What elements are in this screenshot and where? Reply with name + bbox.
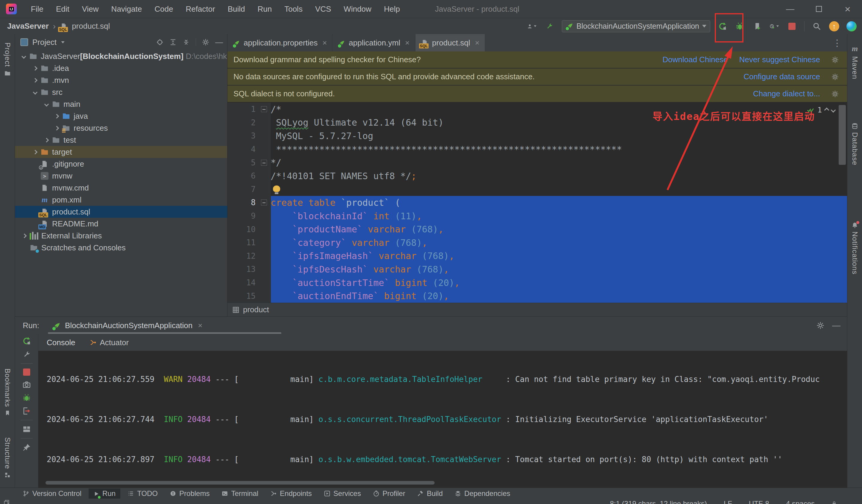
- gradient-sphere-icon[interactable]: [846, 21, 857, 31]
- breadcrumb-file[interactable]: product.sql: [72, 22, 110, 31]
- gear-icon[interactable]: [832, 56, 839, 63]
- thread-dump-camera-icon[interactable]: [23, 381, 31, 389]
- layout-settings-icon[interactable]: [23, 425, 31, 434]
- select-opened-file-icon[interactable]: [156, 39, 164, 46]
- chevron-collapsed-icon[interactable]: [41, 138, 51, 142]
- table-breadcrumb[interactable]: product: [243, 305, 269, 314]
- close-icon[interactable]: ×: [475, 38, 480, 48]
- tab-application-yml[interactable]: application.yml ×: [332, 34, 415, 51]
- stripe-notifications-button[interactable]: Notifications: [847, 222, 862, 275]
- expand-all-icon[interactable]: [169, 39, 177, 46]
- stop-button[interactable]: [787, 21, 797, 31]
- gear-icon[interactable]: [832, 90, 839, 97]
- console-horizontal-scrollbar[interactable]: [45, 481, 434, 485]
- stripe-project-button[interactable]: Project: [0, 42, 15, 77]
- file-encoding[interactable]: UTF-8: [749, 500, 769, 504]
- maximize-button[interactable]: [805, 0, 833, 18]
- next-problem-icon[interactable]: [831, 107, 836, 112]
- tree-row-src[interactable]: src: [15, 86, 227, 98]
- wrench-icon[interactable]: [23, 350, 31, 359]
- profile-button[interactable]: [752, 21, 762, 31]
- tool-window-switcher-icon[interactable]: [3, 500, 10, 504]
- gear-icon[interactable]: [817, 321, 824, 329]
- pin-tab-icon[interactable]: [23, 443, 31, 452]
- hide-panel-icon[interactable]: —: [215, 38, 223, 47]
- rerun-icon[interactable]: [22, 336, 31, 345]
- toolbar-todo[interactable]: TODO: [123, 489, 162, 499]
- toolbar-run[interactable]: Run: [89, 489, 120, 499]
- tab-actuator[interactable]: Actuator: [90, 338, 129, 347]
- collapse-all-icon[interactable]: [183, 39, 190, 46]
- tree-row-main[interactable]: main: [15, 98, 227, 110]
- never-suggest-chinese-link[interactable]: Never suggest Chinese: [739, 55, 820, 64]
- chevron-collapsed-icon[interactable]: [51, 115, 62, 118]
- tree-row-mvnw-cmd[interactable]: mvnw.cmd: [15, 182, 227, 194]
- project-panel-title[interactable]: Project: [32, 38, 56, 47]
- chevron-collapsed-icon[interactable]: [19, 234, 29, 238]
- line-separator[interactable]: LF: [724, 500, 732, 504]
- tree-row-readme[interactable]: MD README.md: [15, 218, 227, 230]
- close-icon[interactable]: ×: [405, 38, 409, 48]
- tree-row-pom[interactable]: m pom.xml: [15, 194, 227, 206]
- chevron-collapsed-icon[interactable]: [30, 67, 40, 70]
- gear-icon[interactable]: [202, 39, 209, 46]
- code-editor[interactable]: 1/* 2 SQLyog Ultimate v12.14 (64 bit) 3 …: [227, 103, 847, 303]
- lock-icon[interactable]: [832, 501, 837, 504]
- tab-application-properties[interactable]: application.properties ×: [227, 34, 332, 51]
- toolbar-endpoints[interactable]: Endpoints: [265, 489, 317, 499]
- minimize-button[interactable]: —: [776, 0, 805, 18]
- tab-product-sql[interactable]: SQL product.sql ×: [415, 34, 485, 51]
- menu-navigate[interactable]: Navigate: [105, 0, 148, 18]
- console-output[interactable]: 2024-06-25 21:06:27.559 WARN 20484 --- […: [38, 351, 847, 488]
- toolbar-profiler[interactable]: Profiler: [368, 489, 410, 499]
- tree-row-mvnw[interactable]: > mvnw: [15, 170, 227, 182]
- menu-refactor[interactable]: Refactor: [179, 0, 221, 18]
- menu-tools[interactable]: Tools: [278, 0, 309, 18]
- fold-marker-icon[interactable]: [261, 106, 267, 112]
- quickfix-wrench-icon[interactable]: [545, 21, 554, 31]
- menu-help[interactable]: Help: [378, 0, 406, 18]
- stop-icon[interactable]: [23, 369, 30, 376]
- tree-row-resources[interactable]: resources: [15, 122, 227, 134]
- menu-window[interactable]: Window: [337, 0, 377, 18]
- previous-problem-icon[interactable]: [824, 107, 830, 112]
- search-everywhere-button[interactable]: [812, 21, 822, 31]
- tree-row-gitignore[interactable]: ø .gitignore: [15, 158, 227, 170]
- menu-edit[interactable]: Edit: [50, 0, 76, 18]
- breadcrumb-project[interactable]: JavaServer: [7, 22, 49, 31]
- tree-row-mvn[interactable]: .mvn: [15, 74, 227, 86]
- tree-row-target[interactable]: target: [15, 146, 227, 158]
- menu-vcs[interactable]: VCS: [309, 0, 337, 18]
- tab-console[interactable]: Console: [47, 338, 75, 347]
- menu-view[interactable]: View: [76, 0, 105, 18]
- menu-build[interactable]: Build: [222, 0, 251, 18]
- tree-row-product-sql[interactable]: SQL product.sql: [15, 206, 227, 218]
- tree-row-idea[interactable]: .idea: [15, 62, 227, 74]
- chevron-collapsed-icon[interactable]: [51, 127, 62, 130]
- indent-style[interactable]: 4 spaces: [786, 500, 815, 504]
- toolbar-dependencies[interactable]: Dependencies: [450, 489, 515, 499]
- configure-data-source-link[interactable]: Configure data source: [744, 72, 820, 81]
- change-dialect-link[interactable]: Change dialect to...: [753, 89, 820, 98]
- stripe-maven-button[interactable]: m Maven: [847, 44, 862, 79]
- intention-bulb-icon[interactable]: [273, 185, 280, 192]
- user-profile-icon[interactable]: [527, 21, 537, 31]
- exit-icon[interactable]: [23, 407, 31, 415]
- update-notification-icon[interactable]: ↑: [829, 21, 839, 31]
- menu-run[interactable]: Run: [251, 0, 278, 18]
- chevron-expanded-icon[interactable]: [18, 55, 29, 58]
- fold-marker-icon[interactable]: [261, 199, 267, 205]
- toolbar-terminal[interactable]: Terminal: [217, 489, 263, 499]
- close-icon[interactable]: ×: [322, 38, 327, 48]
- close-button[interactable]: ×: [833, 0, 862, 18]
- toolbar-version-control[interactable]: Version Control: [18, 489, 86, 499]
- toolbar-services[interactable]: Services: [319, 489, 366, 499]
- toolbar-problems[interactable]: Problems: [165, 489, 214, 499]
- chevron-collapsed-icon[interactable]: [30, 79, 40, 82]
- run-session-tab[interactable]: BlockchainAuctionSystemApplication ×: [52, 321, 203, 330]
- chevron-expanded-icon[interactable]: [41, 103, 51, 106]
- menu-code[interactable]: Code: [148, 0, 179, 18]
- tab-options-icon[interactable]: ⋮: [833, 34, 847, 51]
- menu-file[interactable]: File: [25, 0, 50, 18]
- tree-row-scratches[interactable]: Scratches and Consoles: [15, 242, 227, 254]
